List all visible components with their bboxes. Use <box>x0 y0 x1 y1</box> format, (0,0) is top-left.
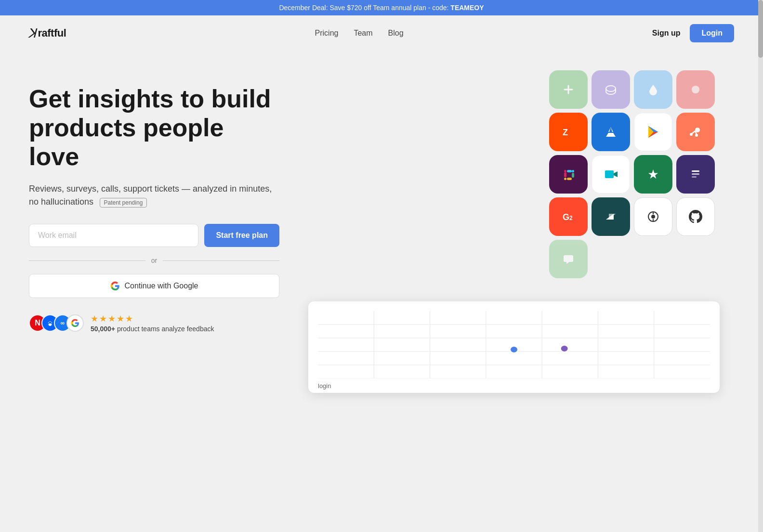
svg-rect-27 <box>692 170 699 172</box>
google-btn-label: Continue with Google <box>125 282 198 290</box>
scrollbar-thumb[interactable] <box>758 0 763 58</box>
app-icon-github <box>676 197 715 236</box>
dashboard-preview: login <box>308 301 720 393</box>
app-icon-meet <box>592 155 630 194</box>
svg-text:2: 2 <box>569 215 573 221</box>
google-icon <box>110 281 120 291</box>
announcement-banner: December Deal: Save $720 off Team annual… <box>0 0 763 15</box>
social-proof-text: 50,000+ product teams analyze feedback <box>91 325 214 333</box>
svg-rect-24 <box>605 170 614 178</box>
user-count: 50,000+ <box>91 325 115 333</box>
stars-count: ★ ★ ★ ★ ★ 50,000+ product teams analyze … <box>91 313 214 333</box>
svg-rect-40 <box>564 255 573 262</box>
avatar-group: N ∞ <box>29 314 84 332</box>
app-icon-empty1 <box>592 240 630 278</box>
app-icon-empty3 <box>676 240 715 278</box>
svg-text:Z: Z <box>563 128 568 137</box>
svg-rect-17 <box>564 170 566 172</box>
app-icon-chat <box>549 240 588 278</box>
user-count-suffix: product teams analyze feedback <box>115 325 214 333</box>
star-4: ★ <box>117 313 124 324</box>
nav-links: Pricing Team Blog <box>315 29 404 38</box>
svg-point-35 <box>651 215 655 219</box>
navbar: ꓘ raftful Pricing Team Blog Sign up Logi… <box>0 15 763 51</box>
hero-left: Get insights to build products people lo… <box>29 70 279 333</box>
banner-text-prefix: December Deal: Save $720 off Team annual… <box>279 4 450 12</box>
app-icon-appstore <box>592 113 630 151</box>
app-icon-star <box>634 155 672 194</box>
star-rating: ★ ★ ★ ★ ★ <box>91 313 214 324</box>
svg-point-53 <box>561 346 568 351</box>
svg-rect-6 <box>559 122 578 142</box>
scrollbar[interactable] <box>758 0 763 532</box>
hero-subtitle: Reviews, surveys, calls, support tickets… <box>29 184 272 207</box>
app-icon-hubspot <box>676 113 715 151</box>
divider-right <box>163 260 279 261</box>
app-icon-abstract <box>634 197 672 236</box>
svg-point-5 <box>692 86 699 93</box>
app-icon-box <box>592 70 630 109</box>
app-icons-grid: Z <box>549 70 715 278</box>
divider-label: or <box>151 257 157 264</box>
patent-badge: Patent pending <box>100 198 147 208</box>
logo-text: raftful <box>38 27 66 39</box>
app-icon-notion <box>676 155 715 194</box>
logo-slash: ꓘ <box>27 26 39 41</box>
hero-title: Get insights to build products people lo… <box>29 85 279 171</box>
nav-blog[interactable]: Blog <box>388 29 404 38</box>
app-icon-googleplay <box>634 113 672 151</box>
nav-team[interactable]: Team <box>354 29 372 38</box>
google-signin-button[interactable]: Continue with Google <box>29 274 279 298</box>
svg-rect-22 <box>564 178 566 180</box>
nav-pricing[interactable]: Pricing <box>315 29 339 38</box>
banner-code: TEAMEOY <box>450 4 484 12</box>
app-icon-drop <box>634 70 672 109</box>
app-icon-g2: G2 <box>549 197 588 236</box>
avatar-google <box>66 314 84 332</box>
social-proof: N ∞ ★ ★ ★ ★ ★ 50,000+ product tea <box>29 313 279 333</box>
star-1: ★ <box>91 313 98 324</box>
subtitle-wrapper: Reviews, surveys, calls, support tickets… <box>29 182 279 208</box>
hero-right: Z <box>308 70 734 335</box>
signup-link[interactable]: Sign up <box>652 29 681 38</box>
svg-rect-28 <box>692 173 699 175</box>
svg-rect-20 <box>572 173 574 178</box>
svg-rect-1 <box>601 80 620 99</box>
svg-rect-15 <box>560 166 577 183</box>
start-free-plan-button[interactable]: Start free plan <box>204 224 279 247</box>
nav-actions: Sign up Login <box>652 24 734 42</box>
svg-text:G: G <box>563 212 569 222</box>
email-form: Start free plan <box>29 224 279 247</box>
star-3: ★ <box>108 313 116 324</box>
divider-row: or <box>29 257 279 264</box>
app-icon-gaming <box>549 70 588 109</box>
star-2: ★ <box>99 313 107 324</box>
main-content: Get insights to build products people lo… <box>0 51 763 354</box>
login-button[interactable]: Login <box>690 24 734 42</box>
app-icon-zendesk <box>592 197 630 236</box>
svg-point-52 <box>511 347 517 352</box>
chart-svg <box>318 311 710 378</box>
svg-rect-19 <box>572 170 574 172</box>
logo[interactable]: ꓘ raftful <box>29 26 66 41</box>
dashboard-login-label: login <box>318 382 710 389</box>
svg-rect-21 <box>567 178 572 180</box>
svg-rect-29 <box>692 176 697 178</box>
svg-rect-18 <box>567 170 572 172</box>
app-icon-empty2 <box>634 240 672 278</box>
svg-rect-16 <box>564 172 566 177</box>
divider-left <box>29 260 145 261</box>
app-icon-zapier: Z <box>549 113 588 151</box>
app-icon-slack <box>549 155 588 194</box>
email-input[interactable] <box>29 224 198 247</box>
svg-point-12 <box>690 133 693 136</box>
star-5: ★ <box>125 313 133 324</box>
app-icon-red <box>676 70 715 109</box>
